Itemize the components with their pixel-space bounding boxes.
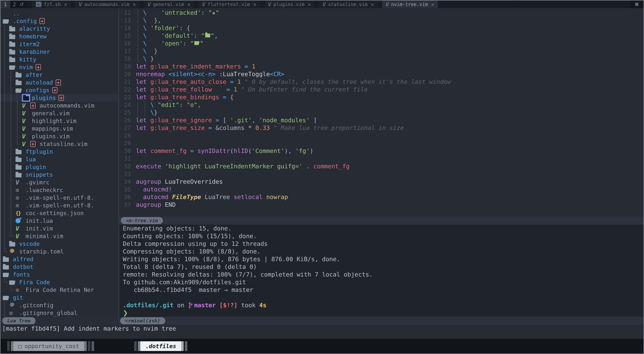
tmux-segment-cap <box>11 341 13 351</box>
indent-guide <box>3 148 9 155</box>
tree-row-autocommands.vim[interactable]: V+autocommands.vim <box>0 102 118 109</box>
tree-row-.config[interactable]: .config+ <box>0 17 118 25</box>
tree-row-..[interactable]: .. <box>0 9 118 17</box>
indent-guide <box>9 71 16 79</box>
tmux-window-opportunity_cost[interactable]: □opportunity_cost <box>7 341 94 351</box>
tree-row-vscode[interactable]: vscode <box>0 240 118 248</box>
tree-row-Fira-Code-Retina-Ner[interactable]: ≡Fira Code Retina Ner <box>0 286 118 294</box>
code-text: augroup END <box>136 201 176 209</box>
indent-guide <box>3 25 9 32</box>
tree-row-plugin[interactable]: plugin <box>0 163 118 171</box>
code-line: 32execute 'highlight LuaTreeIndentMarker… <box>119 162 644 170</box>
tree-row-init.vim[interactable]: Vinit.vim <box>0 225 118 232</box>
tree-row-kitty[interactable]: kitty <box>0 56 118 63</box>
tab-close-icon[interactable]: × <box>371 1 374 7</box>
tab-close-icon[interactable]: × <box>187 1 190 7</box>
tab-nvim-tree.vim[interactable]: Vnvim-tree.vim× <box>382 0 438 8</box>
tree-row-statusline.vim[interactable]: V+statusline.vim <box>0 140 118 148</box>
tree-row-snippets[interactable]: snippets <box>0 171 118 179</box>
tab-close-icon[interactable]: × <box>133 1 136 7</box>
tab-fzf.sh[interactable]: >_fzf.sh× <box>32 0 71 8</box>
tree-row-.vim-spell-en.utf-8.[interactable]: ≡.vim-spell-en.utf-8. <box>0 194 118 202</box>
indent-guide <box>9 225 16 232</box>
tree-row-coc-settings.json[interactable]: {}coc-settings.json <box>0 209 118 217</box>
tab-statusline.vim[interactable]: Vstatusline.vim× <box>319 0 378 8</box>
tree-row-configs[interactable]: configs+ <box>0 86 118 94</box>
tree-row-iterm2[interactable]: iterm2 <box>0 40 118 48</box>
tab-close-icon[interactable]: × <box>64 1 67 7</box>
tree-row-.luacheckrc[interactable]: ≡.luacheckrc <box>0 186 118 194</box>
tab-page-2[interactable]: 2 <box>10 1 18 7</box>
folder-icon <box>9 50 15 54</box>
tab-autocommands.vim[interactable]: Vautocommands.vim× <box>75 0 139 8</box>
tree-row-lua[interactable]: lua <box>0 155 118 163</box>
tree-row-.gitconfig[interactable]: .gitconfig <box>0 301 118 309</box>
tree-item-label: general.vim <box>32 110 70 117</box>
code-text: │ │ \ "edit": "o", <box>136 101 201 109</box>
tmux-segment-cap <box>7 341 10 351</box>
tree-row-mappings.vim[interactable]: Vmappings.vim <box>0 125 118 132</box>
tree-row-alfred[interactable]: alfred <box>0 255 118 263</box>
tab-fluttertest.vim[interactable]: Vfluttertest.vim× <box>198 0 260 8</box>
tree-row-nvim[interactable]: nvim+ <box>0 63 118 71</box>
history-back-icon[interactable]: ↺ <box>18 1 25 7</box>
tree-row-ftplugin[interactable]: ftplugin <box>0 148 118 155</box>
vim-icon: V <box>16 233 19 240</box>
tree-row-.gitignore_global[interactable]: ≡.gitignore_global <box>0 309 118 317</box>
code-line: 19let g:lua_tree_indent_markers = 1 <box>119 63 644 70</box>
tree-row-Fira-Code[interactable]: Fira Code <box>0 278 118 286</box>
tree-row-highlight.vim[interactable]: Vhighlight.vim <box>0 117 118 125</box>
tmux-window-body: □opportunity_cost <box>13 341 84 351</box>
tree-row-homebrew[interactable]: homebrew <box>0 32 118 40</box>
indent-guide <box>9 94 16 102</box>
tab-plugins.vim[interactable]: Vplugins.vim× <box>264 0 315 8</box>
indent-guide <box>3 240 9 248</box>
terminal-line: .dotfiles/.git on master [$!?] took 4s <box>123 301 644 309</box>
tree-row-after[interactable]: after <box>0 71 118 79</box>
tree-row-plugins[interactable]: plugins+ <box>0 94 118 102</box>
tree-statusline: Lua Tree <box>0 317 118 325</box>
tree-item-label: homebrew <box>19 33 46 40</box>
tab-label: autocommands.vim <box>84 2 130 7</box>
tree-row-.gvimrc[interactable]: V.gvimrc <box>0 179 118 186</box>
tree-row-init.lua[interactable]: init.lua <box>0 217 118 225</box>
indent-guide <box>9 86 16 94</box>
tree-item-label: init.vim <box>26 225 53 232</box>
tmux-window-.dotfiles[interactable]: .dotfiles <box>134 341 187 351</box>
tab-general.vim[interactable]: Vgeneral.vim× <box>144 0 194 8</box>
tree-row-minimal.vim[interactable]: Vminimal.vim <box>0 232 118 240</box>
line-number: 29 <box>119 139 136 147</box>
tmux-segment-cap <box>138 341 140 351</box>
tree-row-git[interactable]: git <box>0 294 118 301</box>
tab-label: fzf.sh <box>44 2 61 7</box>
tree-row-fonts[interactable]: fonts <box>0 271 118 278</box>
indent-guide <box>3 117 9 125</box>
line-number: 16 <box>119 39 136 47</box>
tree-row-dotbot[interactable]: dotbot <box>0 263 118 271</box>
tree-row-plugins.vim[interactable]: Vplugins.vim <box>0 132 118 140</box>
tree-row-alacritty[interactable]: alacritty <box>0 25 118 32</box>
tree-item-label: Fira Code Retina Ner <box>26 287 94 293</box>
tab-page-1[interactable]: 1 <box>0 0 10 8</box>
folder-icon <box>16 81 22 85</box>
close-all-icon[interactable]: ✖ <box>630 0 644 8</box>
tree-row-karabiner[interactable]: karabiner <box>0 48 118 56</box>
tab-close-icon[interactable]: × <box>308 1 311 7</box>
indent-guide <box>9 132 16 140</box>
terminal-line: Compressing objects: 100% (8/8), done. <box>123 248 644 255</box>
tree-row-general.vim[interactable]: Vgeneral.vim <box>0 109 118 117</box>
terminal-pane[interactable]: Enumerating objects: 15, done.Counting o… <box>119 225 644 317</box>
tab-close-icon[interactable]: × <box>253 1 256 7</box>
editor-pane[interactable]: 12│ \ 'untracked': "★"13│ \ },14│ \ 'fol… <box>119 8 644 217</box>
tree-row-autoload[interactable]: autoload+ <box>0 79 118 86</box>
code-text: let g:lua_tree_bindings = { <box>136 93 234 101</box>
tree-row-.vim-spell-en.utf-8.[interactable]: ≡.vim-spell-en.utf-8. <box>0 202 118 209</box>
file-tree-pane[interactable]: ...config+alacrittyhomebrewiterm2karabin… <box>0 8 118 317</box>
tree-row-starship.toml[interactable]: starship.toml <box>0 248 118 255</box>
git-new-badge: + <box>30 141 36 147</box>
vim-icon: V <box>22 141 26 147</box>
code-line: 35 autocmd! <box>119 186 644 193</box>
indent-guide <box>3 232 9 240</box>
code-text: │ │ \} <box>136 109 158 116</box>
tab-close-icon[interactable]: × <box>431 1 434 7</box>
